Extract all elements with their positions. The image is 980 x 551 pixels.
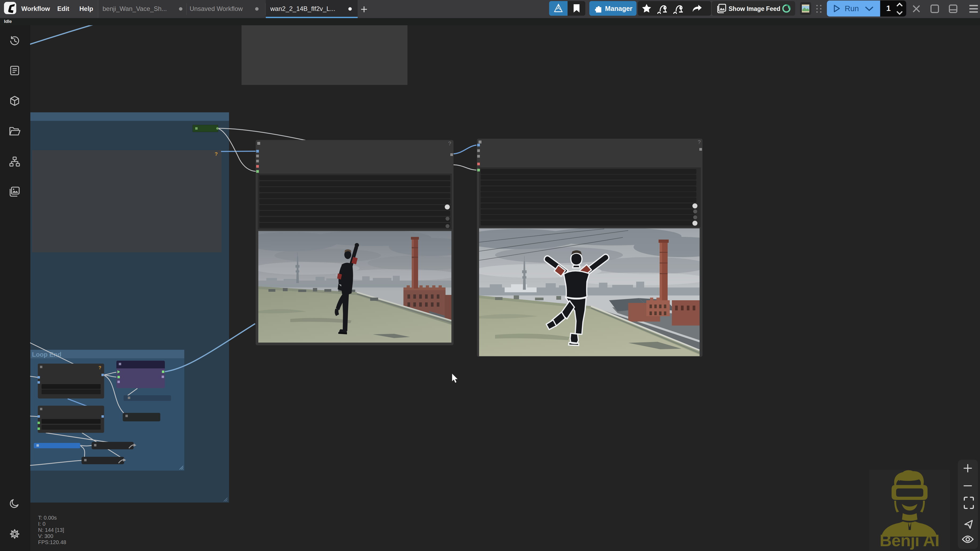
svg-text:Benji AI: Benji AI: [880, 531, 939, 550]
